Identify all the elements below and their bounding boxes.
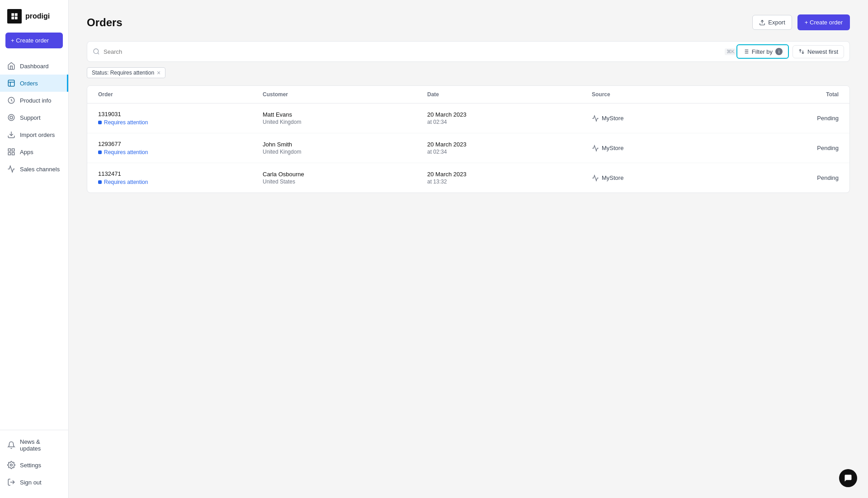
status-dot-2 <box>98 180 102 184</box>
status-badge-0: Requires attention <box>98 119 263 126</box>
sidebar-item-news[interactable]: News & updates <box>0 434 68 456</box>
sidebar-label-orders: Orders <box>20 80 38 87</box>
col-date: Date <box>427 91 592 98</box>
sidebar-bottom: News & updates Settings Sign out <box>0 430 68 498</box>
customer-name-1: John Smith <box>263 141 427 148</box>
filter-label: Filter by <box>752 48 773 55</box>
date-time-1: at 02:34 <box>427 149 592 155</box>
table-row[interactable]: 1293677 Requires attention John Smith Un… <box>87 133 849 163</box>
sidebar: prodigi + Create order Dashboard Orders <box>0 0 69 498</box>
sidebar-logo: prodigi <box>0 0 68 33</box>
customer-cell-0: Matt Evans United Kingdom <box>263 111 427 125</box>
sidebar-create-order-button[interactable]: + Create order <box>5 33 63 48</box>
svg-rect-7 <box>12 153 14 155</box>
sidebar-item-product-info[interactable]: Product info <box>0 92 68 109</box>
sidebar-label-signout: Sign out <box>20 479 42 486</box>
filter-icon <box>743 48 749 55</box>
date-cell-2: 20 March 2023 at 13:32 <box>427 171 592 185</box>
customer-name-2: Carla Osbourne <box>263 171 427 178</box>
export-button[interactable]: Export <box>752 15 792 30</box>
sidebar-item-orders[interactable]: Orders <box>0 75 68 92</box>
status-label-1: Requires attention <box>104 149 148 155</box>
status-label-2: Requires attention <box>104 179 148 185</box>
order-id-1: 1293677 <box>98 141 263 147</box>
search-input[interactable] <box>104 48 721 55</box>
sort-icon <box>798 48 805 55</box>
sidebar-item-dashboard[interactable]: Dashboard <box>0 57 68 75</box>
svg-point-2 <box>10 116 13 119</box>
chat-bubble[interactable] <box>839 469 857 487</box>
filter-info-icon[interactable]: i <box>775 48 783 55</box>
search-icon <box>93 48 100 55</box>
sidebar-label-import-orders: Import orders <box>20 132 55 138</box>
chat-icon <box>844 474 853 483</box>
filter-button[interactable]: Filter by i <box>736 44 789 59</box>
table-row[interactable]: 1132471 Requires attention Carla Osbourn… <box>87 163 849 193</box>
order-cell-1: 1293677 Requires attention <box>98 141 263 155</box>
customer-name-0: Matt Evans <box>263 111 427 118</box>
status-dot-1 <box>98 150 102 154</box>
sidebar-item-signout[interactable]: Sign out <box>0 474 68 491</box>
total-cell-1: Pending <box>756 145 839 151</box>
customer-cell-1: John Smith United Kingdom <box>263 141 427 155</box>
source-icon-0 <box>592 115 599 122</box>
logo-text: prodigi <box>25 12 50 20</box>
filter-tags: Status: Requires attention × <box>87 67 850 78</box>
col-order: Order <box>98 91 263 98</box>
customer-country-2: United States <box>263 179 427 185</box>
source-cell-2: MyStore <box>592 174 756 182</box>
sidebar-item-import-orders[interactable]: Import orders <box>0 126 68 143</box>
date-time-2: at 13:32 <box>427 179 592 185</box>
toolbar: ⌘K Filter by i Newest <box>87 41 850 62</box>
export-icon <box>759 19 765 26</box>
col-total: Total <box>756 91 839 98</box>
search-wrap: ⌘K <box>93 48 736 55</box>
date-cell-0: 20 March 2023 at 02:34 <box>427 111 592 125</box>
toolbar-right: Filter by i Newest first <box>736 44 844 59</box>
status-badge-2: Requires attention <box>98 179 263 185</box>
sidebar-label-sales-channels: Sales channels <box>20 166 60 173</box>
sort-label: Newest first <box>807 48 838 55</box>
source-label-0: MyStore <box>602 115 623 122</box>
svg-point-12 <box>94 49 99 54</box>
date-cell-1: 20 March 2023 at 02:34 <box>427 141 592 155</box>
svg-point-3 <box>8 114 14 121</box>
source-cell-0: MyStore <box>592 115 756 122</box>
sidebar-label-product-info: Product info <box>20 97 51 104</box>
table-row[interactable]: 1319031 Requires attention Matt Evans Un… <box>87 103 849 133</box>
sidebar-label-news: News & updates <box>20 438 61 452</box>
sidebar-item-apps[interactable]: Apps <box>0 143 68 160</box>
source-cell-1: MyStore <box>592 145 756 152</box>
status-filter-close[interactable]: × <box>157 70 160 76</box>
sidebar-item-support[interactable]: Support <box>0 109 68 126</box>
status-badge-1: Requires attention <box>98 149 263 155</box>
svg-rect-6 <box>12 149 14 151</box>
sidebar-item-settings[interactable]: Settings <box>0 456 68 474</box>
table-header: Order Customer Date Source Total <box>87 86 849 103</box>
col-customer: Customer <box>263 91 427 98</box>
source-icon-2 <box>592 174 599 182</box>
sidebar-nav: Dashboard Orders Product info Support <box>0 56 68 430</box>
status-label-0: Requires attention <box>104 119 148 126</box>
customer-country-1: United Kingdom <box>263 149 427 155</box>
date-time-0: at 02:34 <box>427 119 592 125</box>
col-source: Source <box>592 91 756 98</box>
order-id-2: 1132471 <box>98 170 263 177</box>
sort-button[interactable]: Newest first <box>793 45 844 58</box>
header-actions: Export + Create order <box>752 14 850 30</box>
logo-icon <box>7 9 22 23</box>
svg-rect-5 <box>8 149 10 151</box>
sidebar-item-sales-channels[interactable]: Sales channels <box>0 160 68 178</box>
source-icon-1 <box>592 145 599 152</box>
svg-rect-0 <box>8 80 14 86</box>
sidebar-label-settings: Settings <box>20 462 41 469</box>
svg-point-9 <box>10 464 13 466</box>
sidebar-label-apps: Apps <box>20 149 33 155</box>
customer-country-0: United Kingdom <box>263 119 427 125</box>
status-dot-0 <box>98 121 102 124</box>
date-main-2: 20 March 2023 <box>427 171 592 178</box>
svg-line-13 <box>98 53 99 54</box>
order-cell-0: 1319031 Requires attention <box>98 111 263 126</box>
create-order-header-button[interactable]: + Create order <box>797 14 850 30</box>
source-label-2: MyStore <box>602 174 623 181</box>
